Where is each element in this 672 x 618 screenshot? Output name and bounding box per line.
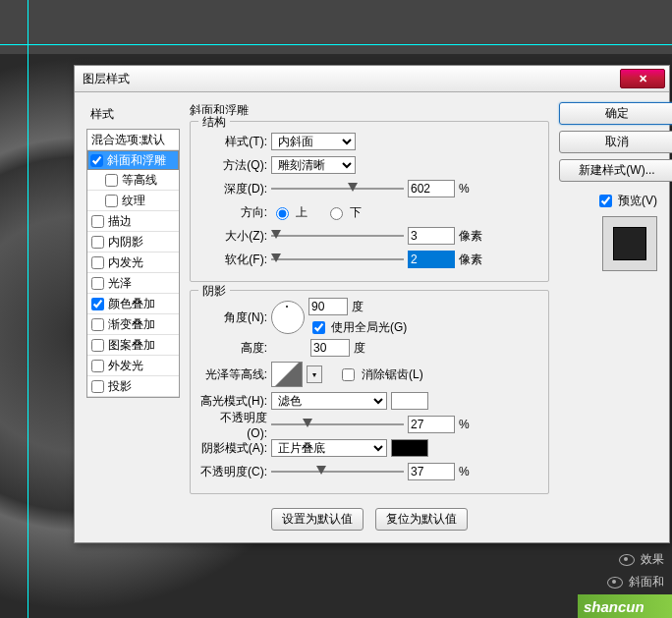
style-item-dropshadow[interactable]: 投影 (87, 376, 179, 397)
structure-legend: 结构 (198, 114, 230, 131)
style-list: 混合选项:默认 斜面和浮雕 等高线 纹理 描边 内阴影 内发光 光泽 颜色叠加 … (86, 129, 180, 398)
shadow-mode-label: 阴影模式(A): (200, 440, 267, 457)
style-check-dropshadow[interactable] (91, 380, 104, 393)
depth-unit: % (459, 182, 484, 196)
highlight-mode-label: 高光模式(H): (200, 393, 267, 410)
style-check-satin[interactable] (91, 277, 104, 290)
size-input[interactable] (408, 227, 455, 245)
cancel-button[interactable]: 取消 (559, 131, 672, 153)
gloss-contour-swatch[interactable] (271, 362, 303, 387)
gloss-contour-label: 光泽等高线: (200, 366, 267, 383)
global-light-check[interactable] (312, 321, 325, 334)
style-item-contour[interactable]: 等高线 (87, 170, 179, 191)
direction-down-radio[interactable] (330, 207, 343, 220)
style-check-gradientoverlay[interactable] (91, 318, 104, 331)
highlight-color-swatch[interactable] (391, 392, 428, 410)
style-check-patternoverlay[interactable] (91, 339, 104, 352)
shading-legend: 阴影 (198, 283, 230, 300)
angle-label: 角度(N): (200, 309, 267, 326)
soften-label: 软化(F): (200, 252, 267, 268)
direction-label: 方向: (200, 204, 267, 221)
depth-slider[interactable] (271, 181, 404, 197)
technique-label: 方法(Q): (200, 157, 267, 174)
style-check-bevel[interactable] (90, 154, 103, 167)
highlight-opacity-label: 不透明度(O): (200, 410, 267, 440)
preview-thumbnail (613, 227, 646, 260)
shadow-opacity-input[interactable] (408, 463, 455, 480)
panel-title: 斜面和浮雕 (190, 102, 549, 119)
blend-defaults[interactable]: 混合选项:默认 (87, 130, 179, 150)
shadow-mode-select[interactable]: 正片叠底 (271, 439, 387, 457)
highlight-mode-select[interactable]: 滤色 (271, 392, 387, 410)
size-unit: 像素 (459, 228, 484, 245)
style-item-patternoverlay[interactable]: 图案叠加 (87, 335, 179, 356)
shadow-opacity-label: 不透明度(C): (200, 464, 267, 480)
style-item-gradientoverlay[interactable]: 渐变叠加 (87, 314, 179, 335)
highlight-opacity-input[interactable] (408, 416, 455, 433)
size-label: 大小(Z): (200, 228, 267, 245)
style-select[interactable]: 内斜面 (271, 133, 356, 150)
ok-button[interactable]: 确定 (559, 102, 672, 125)
style-label: 样式(T): (200, 134, 267, 150)
altitude-input[interactable] (310, 339, 350, 357)
style-check-contour[interactable] (105, 174, 118, 187)
style-item-coloroverlay[interactable]: 颜色叠加 (87, 294, 179, 314)
style-check-innerglow[interactable] (91, 256, 104, 269)
preview-box (602, 216, 657, 271)
style-check-texture[interactable] (105, 195, 118, 207)
preview-check[interactable] (599, 195, 612, 207)
structure-group: 结构 样式(T): 内斜面 方法(Q): 雕刻清晰 深度(D): % 方向: (190, 121, 549, 282)
style-item-innerglow[interactable]: 内发光 (87, 253, 179, 273)
altitude-label: 高度: (200, 340, 267, 357)
soften-slider[interactable] (271, 252, 404, 267)
guide-horizontal (0, 44, 672, 45)
style-item-innershadow[interactable]: 内阴影 (87, 232, 179, 253)
style-item-satin[interactable]: 光泽 (87, 273, 179, 294)
style-check-coloroverlay[interactable] (91, 298, 104, 310)
style-check-innershadow[interactable] (91, 236, 104, 249)
dialog-titlebar[interactable]: 图层样式 ✕ (75, 66, 669, 92)
shading-group: 阴影 角度(N): 度 使用全局光(G) (190, 290, 549, 494)
style-check-outerglow[interactable] (91, 360, 104, 372)
eye-icon[interactable] (607, 577, 623, 589)
shadow-opacity-slider[interactable] (271, 464, 404, 479)
technique-select[interactable]: 雕刻清晰 (271, 156, 356, 174)
watermark: shancun (578, 594, 672, 618)
angle-input[interactable] (308, 298, 348, 315)
gloss-contour-dropdown[interactable]: ▾ (307, 365, 322, 383)
highlight-opacity-slider[interactable] (271, 417, 404, 432)
styles-header: 样式 (86, 102, 180, 129)
close-button[interactable]: ✕ (620, 69, 665, 88)
soften-input[interactable] (408, 251, 455, 268)
style-item-stroke[interactable]: 描边 (87, 211, 179, 232)
shadow-color-swatch[interactable] (391, 439, 428, 457)
dialog-title: 图层样式 (83, 71, 130, 87)
depth-input[interactable] (408, 180, 455, 197)
layers-panel-snippet: 效果 斜面和 (607, 551, 664, 590)
new-style-button[interactable]: 新建样式(W)... (559, 159, 672, 182)
guide-vertical (28, 0, 28, 618)
style-item-bevel[interactable]: 斜面和浮雕 (87, 150, 179, 170)
eye-icon[interactable] (619, 554, 635, 566)
style-item-texture[interactable]: 纹理 (87, 191, 179, 211)
soften-unit: 像素 (459, 252, 484, 268)
make-default-button[interactable]: 设置为默认值 (271, 508, 364, 531)
depth-label: 深度(D): (200, 181, 267, 197)
angle-dial[interactable] (271, 301, 305, 334)
reset-default-button[interactable]: 复位为默认值 (375, 508, 468, 531)
size-slider[interactable] (271, 228, 404, 244)
antialias-check[interactable] (342, 368, 355, 381)
layer-style-dialog: 图层样式 ✕ 样式 混合选项:默认 斜面和浮雕 等高线 纹理 描边 内阴影 内发… (74, 65, 670, 543)
style-check-stroke[interactable] (91, 215, 104, 228)
direction-up-radio[interactable] (276, 207, 289, 220)
style-item-outerglow[interactable]: 外发光 (87, 356, 179, 376)
